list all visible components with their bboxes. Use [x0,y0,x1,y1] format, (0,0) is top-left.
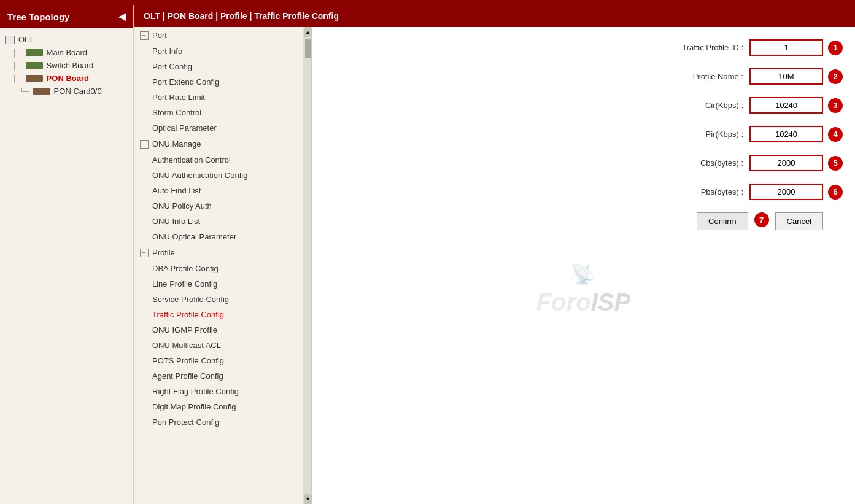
sidebar-item-pon-card[interactable]: └─ PON Card0/0 [0,85,133,98]
nav-panel: − Port Port Info Port Config Port Extend… [134,27,304,504]
input-cir[interactable] [749,97,823,114]
nav-section-port[interactable]: − Port [134,27,303,44]
nav-section-profile[interactable]: − Profile [134,244,303,261]
nav-item-onu-igmp-profile[interactable]: ONU IGMP Profile [134,322,303,338]
scroll-up-btn[interactable]: ▲ [304,27,311,37]
breadcrumb: OLT | PON Board | Profile | Traffic Prof… [134,5,855,27]
step-badge-5: 5 [828,156,843,171]
input-wrap-pir: 4 [749,126,843,142]
nav-item-storm-control[interactable]: Storm Control [134,105,303,120]
profile-toggle-icon[interactable]: − [140,249,149,257]
main-board-label: Main Board [47,48,87,57]
sidebar-tree: OLT ├─ Main Board ├─ Switch Board ├─ PON… [0,28,133,504]
connector-pon-card: └─ [20,88,29,95]
label-pbs: Pbs(bytes) : [651,187,749,196]
pon-card-label: PON Card0/0 [54,87,102,96]
scroll-thumb[interactable] [305,39,311,58]
label-pir: Pir(Kbps) : [651,130,749,139]
nav-item-auto-find-list[interactable]: Auto Find List [134,183,303,198]
nav-item-port-info[interactable]: Port Info [134,44,303,59]
switch-board-label: Switch Board [47,61,94,70]
form-row-profile-name: Profile Name : 2 [324,68,843,85]
sidebar-header[interactable]: Tree Topology ◀ [0,5,133,28]
nav-item-port-config[interactable]: Port Config [134,59,303,74]
nav-item-onu-optical-parameter[interactable]: ONU Optical Parameter [134,229,303,244]
buttons-row: Confirm 7 Cancel [324,212,843,230]
label-traffic-profile-id: Traffic Profile ID : [651,43,749,52]
nav-section-onu-manage-label: ONU Manage [152,139,201,149]
sidebar-item-switch-board[interactable]: ├─ Switch Board [0,59,133,72]
form-row-pbs: Pbs(bytes) : 6 [324,184,843,200]
nav-item-dba-profile-config[interactable]: DBA Profile Config [134,261,303,276]
step-badge-2: 2 [828,69,843,84]
form-row-traffic-profile-id: Traffic Profile ID : 1 [324,39,843,56]
step-badge-1: 1 [828,41,843,55]
nav-item-agent-profile-config[interactable]: Agent Profile Config [134,368,303,384]
input-pir[interactable] [749,126,823,142]
olt-label: OLT [18,35,33,44]
nav-item-line-profile-config[interactable]: Line Profile Config [134,276,303,292]
sidebar-item-pon-board[interactable]: ├─ PON Board [0,72,133,85]
pon-board-label: PON Board [47,74,89,83]
form-row-pir: Pir(Kbps) : 4 [324,126,843,142]
input-wrap-profile-name: 2 [749,68,843,85]
scroll-down-btn[interactable]: ▼ [304,494,311,504]
nav-section-onu-manage[interactable]: − ONU Manage [134,136,303,152]
nav-item-pon-protect-config[interactable]: Pon Protect Config [134,414,303,430]
nav-item-service-profile-config[interactable]: Service Profile Config [134,292,303,307]
input-profile-name[interactable] [749,68,823,85]
form-row-cir: Cir(Kbps) : 3 [324,97,843,114]
main-board-icon [26,49,43,56]
nav-item-digit-map-profile-config[interactable]: Digit Map Profile Config [134,399,303,414]
sidebar-title: Tree Topology [7,12,69,22]
nav-item-onu-info-list[interactable]: ONU Info List [134,214,303,229]
nav-item-right-flag-profile-config[interactable]: Right Flag Profile Config [134,384,303,399]
step-badge-4: 4 [828,127,843,142]
nav-port-items: Port Info Port Config Port Extend Config… [134,44,303,136]
switch-board-icon [26,62,43,69]
nav-item-traffic-profile-config[interactable]: Traffic Profile Config [134,307,303,322]
nav-item-onu-policy-auth[interactable]: ONU Policy Auth [134,198,303,214]
nav-item-onu-multicast-acl[interactable]: ONU Multicast ACL [134,338,303,353]
sidebar-item-olt[interactable]: OLT [0,33,133,46]
nav-section-port-label: Port [152,31,167,40]
sidebar: Tree Topology ◀ OLT ├─ Main Board ├─ Swi… [0,5,134,504]
nav-onu-manage-items: Authentication Control ONU Authenticatio… [134,152,303,244]
label-profile-name: Profile Name : [651,72,749,81]
connector-main-board: ├─ [12,49,22,56]
nav-item-optical-parameter[interactable]: Optical Parameter [134,120,303,136]
pon-board-icon [26,75,43,82]
input-cbs[interactable] [749,155,823,171]
step-badge-6: 6 [828,185,843,200]
olt-icon [5,36,15,44]
nav-scrollbar[interactable]: ▲ ▼ [304,27,311,504]
input-pbs[interactable] [749,184,823,200]
label-cbs: Cbs(bytes) : [651,158,749,168]
main-form: 📡 ForoISP Traffic Profile ID : 1 [312,27,855,504]
label-cir: Cir(Kbps) : [651,101,749,110]
connector-pon-board: ├─ [12,75,22,82]
step-badge-7: 7 [754,212,769,227]
input-wrap-cir: 3 [749,97,843,114]
connector-switch-board: ├─ [12,62,22,69]
sidebar-collapse-icon[interactable]: ◀ [118,11,126,22]
input-traffic-profile-id[interactable] [749,39,823,56]
nav-item-port-extend-config[interactable]: Port Extend Config [134,74,303,90]
confirm-button[interactable]: Confirm [697,212,748,230]
nav-item-authentication-control[interactable]: Authentication Control [134,152,303,168]
step-badge-3: 3 [828,98,843,113]
nav-item-onu-auth-config[interactable]: ONU Authentication Config [134,168,303,183]
watermark-antenna-icon: 📡 [536,263,630,286]
nav-item-pots-profile-config[interactable]: POTS Profile Config [134,353,303,368]
input-wrap-traffic-profile-id: 1 [749,39,843,56]
top-bar [0,0,855,5]
input-wrap-pbs: 6 [749,184,843,200]
sidebar-item-main-board[interactable]: ├─ Main Board [0,46,133,59]
watermark-logo: ForoISP [536,289,630,316]
onu-manage-toggle-icon[interactable]: − [140,140,149,149]
cancel-button[interactable]: Cancel [775,212,823,230]
breadcrumb-text: OLT | PON Board | Profile | Traffic Prof… [144,11,339,21]
nav-item-port-rate-limit[interactable]: Port Rate Limit [134,90,303,105]
input-wrap-cbs: 5 [749,155,843,171]
port-toggle-icon[interactable]: − [140,31,149,40]
